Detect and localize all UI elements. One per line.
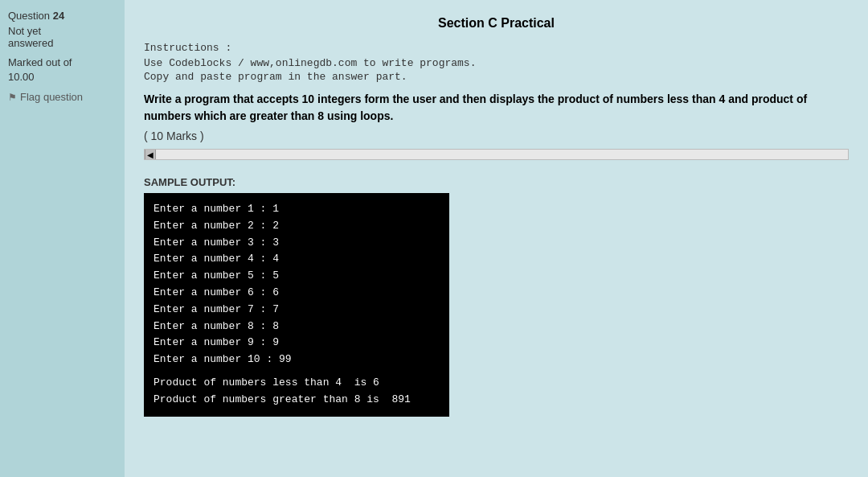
flag-question-label: Flag question bbox=[20, 91, 83, 103]
main-content: Section C Practical Instructions : Use C… bbox=[125, 0, 868, 477]
section-title: Section C Practical bbox=[144, 16, 849, 31]
terminal-line-6: Enter a number 6 : 6 bbox=[154, 285, 440, 302]
terminal-line-5: Enter a number 5 : 5 bbox=[154, 268, 440, 285]
terminal-line-4: Enter a number 4 : 4 bbox=[154, 251, 440, 268]
flag-question-button[interactable]: ⚑ Flag question bbox=[8, 91, 83, 103]
terminal-line-2: Enter a number 2 : 2 bbox=[154, 218, 440, 235]
instructions-label: Instructions : bbox=[144, 42, 849, 54]
terminal-line-1: Enter a number 1 : 1 bbox=[154, 201, 440, 218]
question-label: Question 24 bbox=[8, 10, 117, 22]
question-label-text: Question bbox=[8, 10, 50, 22]
marked-out-container: Marked out of 10.00 bbox=[8, 56, 117, 84]
terminal-line-8: Enter a number 8 : 8 bbox=[154, 319, 440, 335]
terminal-result-2: Product of numbers greater than 8 is 891 bbox=[154, 392, 440, 409]
marks-text: ( 10 Marks ) bbox=[144, 130, 849, 142]
instruction-line1: Use Codeblocks / www,onlinegdb.com to wr… bbox=[144, 57, 849, 69]
terminal-line-10: Enter a number 10 : 99 bbox=[154, 352, 440, 368]
scroll-track bbox=[156, 150, 848, 159]
sidebar: Question 24 Not yet answered Marked out … bbox=[0, 0, 125, 477]
not-answered-line2: answered bbox=[8, 37, 53, 49]
terminal-line-9: Enter a number 9 : 9 bbox=[154, 335, 440, 352]
flag-icon: ⚑ bbox=[8, 92, 17, 103]
marked-out-label: Marked out of bbox=[8, 56, 72, 68]
not-answered-line1: Not yet bbox=[8, 25, 41, 37]
scroll-left-arrow[interactable]: ◀ bbox=[145, 149, 156, 160]
terminal-result-1: Product of numbers less than 4 is 6 bbox=[154, 375, 440, 392]
question-number: 24 bbox=[53, 10, 64, 22]
terminal-spacer bbox=[154, 368, 440, 375]
terminal-output: Enter a number 1 : 1 Enter a number 2 : … bbox=[144, 193, 449, 417]
marked-out-value: 10.00 bbox=[8, 71, 35, 83]
question-text: Write a program that accepts 10 integers… bbox=[144, 91, 849, 125]
not-answered-status: Not yet answered bbox=[8, 25, 117, 49]
sample-output-label: SAMPLE OUTPUT: bbox=[144, 176, 849, 188]
horizontal-scrollbar[interactable]: ◀ bbox=[144, 149, 849, 160]
instruction-line2: Copy and paste program in the answer par… bbox=[144, 71, 849, 83]
terminal-line-3: Enter a number 3 : 3 bbox=[154, 235, 440, 252]
terminal-line-7: Enter a number 7 : 7 bbox=[154, 302, 440, 319]
